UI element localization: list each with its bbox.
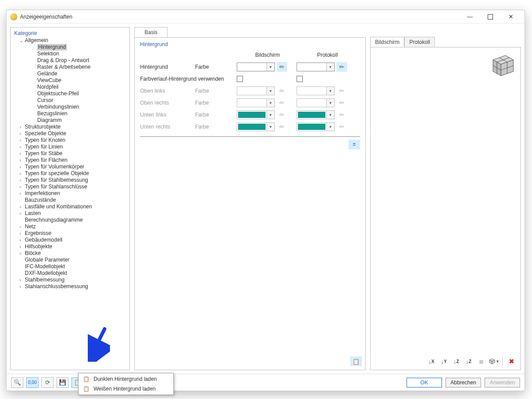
tree-item[interactable]: Bezugslinien bbox=[12, 110, 128, 117]
tree-label: Typen für Volumenkörper bbox=[25, 164, 84, 170]
tree-item[interactable]: Gelände bbox=[12, 70, 128, 77]
apply-button[interactable]: Anwenden bbox=[485, 378, 520, 387]
tree-item[interactable]: IFC-Modellobjekt bbox=[12, 263, 128, 270]
color-dropdown: ▾ bbox=[237, 122, 275, 131]
axis-z2-button[interactable]: ↓Z bbox=[463, 356, 474, 366]
tree-label: Globale Parameter bbox=[25, 257, 70, 263]
edit-color-button[interactable]: ✏ bbox=[336, 62, 347, 72]
sidebar-heading: Kategorie bbox=[11, 29, 129, 37]
preview-toolbar: ↓X ↓Y ↓Z ↓Z ▤ ▾ ✖ bbox=[426, 356, 517, 366]
tree-label: Typen für spezielle Objekte bbox=[25, 170, 89, 177]
tree-item[interactable]: ›Typen für Stäbe bbox=[12, 150, 128, 157]
copy-panel-button[interactable]: 📋 bbox=[350, 356, 362, 366]
color-dropdown[interactable]: ▾ bbox=[237, 63, 275, 71]
tree-item[interactable]: DXF-Modellobjekt bbox=[12, 270, 128, 277]
layers-button[interactable]: ▤ bbox=[476, 356, 486, 366]
menu-load-dark-bg[interactable]: 📋 Dunklen Hintergrund laden bbox=[78, 374, 173, 384]
minimize-button[interactable]: — bbox=[460, 10, 480, 23]
titlebar: Anzeigeeigenschaften — ✕ bbox=[7, 10, 524, 23]
tree-item[interactable]: ›Stahlbemessung bbox=[12, 277, 128, 283]
caret-icon: › bbox=[20, 203, 25, 210]
units-button[interactable]: 0,00 bbox=[26, 377, 39, 388]
preview-tab-protocol[interactable]: Protokoll bbox=[404, 37, 435, 47]
tree-item[interactable]: ›Hilfsobjekte bbox=[12, 243, 128, 250]
tree-item[interactable]: ›Typen für spezielle Objekte bbox=[12, 170, 128, 177]
tree-item[interactable]: ›Spezielle Objekte bbox=[12, 130, 128, 137]
cancel-button[interactable]: Abbrechen bbox=[446, 378, 481, 387]
tree-label: Allgemein bbox=[25, 37, 48, 44]
save-button[interactable]: 💾 bbox=[56, 377, 69, 388]
refresh-button[interactable]: ⟳ bbox=[41, 377, 54, 388]
tree-item[interactable]: ›Typen für Knoten bbox=[12, 137, 128, 144]
edit-color-button: ✏ bbox=[277, 98, 287, 108]
edit-color-button[interactable]: ✏ bbox=[277, 62, 287, 72]
tree-item[interactable]: Drag & Drop - Antwort bbox=[12, 57, 128, 64]
tree-item[interactable]: ›Strukturobjekte bbox=[12, 124, 128, 130]
tree-item[interactable]: ›Typen für Stahlanschlüsse bbox=[12, 184, 128, 190]
equalize-button[interactable]: = bbox=[348, 140, 360, 149]
tree-item[interactable]: Verbindungslinien bbox=[12, 104, 128, 110]
tree-label: Gebäudemodell bbox=[25, 237, 63, 243]
tree-item[interactable]: Cursor bbox=[12, 97, 128, 104]
menu-load-white-bg[interactable]: 📋 Weißen Hintergrund laden bbox=[78, 384, 173, 394]
tree-item[interactable]: ›Typen für Volumenkörper bbox=[12, 164, 128, 170]
view-3d-button[interactable]: ▾ bbox=[488, 356, 499, 366]
color-swatch bbox=[238, 112, 266, 118]
tree-item[interactable]: ›Typen für Flächen bbox=[12, 157, 128, 164]
tree-item[interactable]: ›Lasten bbox=[12, 210, 128, 217]
property-row: HintergrundFarbe▾✏▾✏ bbox=[140, 61, 360, 73]
tab-basis[interactable]: Basis bbox=[134, 27, 168, 37]
tree-item[interactable]: Bauzustände bbox=[12, 197, 128, 203]
tree-item[interactable]: ›Gebäudemodell bbox=[12, 237, 128, 243]
tree-item[interactable]: ›Typen für Linien bbox=[12, 144, 128, 150]
use-gradient-checkbox[interactable] bbox=[237, 76, 243, 82]
dialog-window: Anzeigeeigenschaften — ✕ Kategorie ⌄Allg… bbox=[6, 10, 525, 391]
tree-item[interactable]: ›Stahlanschlussbemessung bbox=[12, 283, 128, 290]
ok-button[interactable]: OK bbox=[407, 378, 442, 387]
tree-item[interactable]: ⌄Allgemein bbox=[12, 37, 128, 44]
tree-item[interactable]: Diagramm bbox=[12, 117, 128, 124]
tree-label: Netz bbox=[25, 223, 36, 230]
tree-item[interactable]: Objektsuche-Pfeil bbox=[12, 90, 128, 97]
close-preview-button[interactable]: ✖ bbox=[506, 356, 517, 366]
tree-label: Raster & Arbeitsebene bbox=[37, 64, 90, 70]
caret-icon: › bbox=[20, 164, 25, 170]
axis-z-button[interactable]: ↓Z bbox=[451, 356, 462, 366]
property-row: Farbverlauf-Hintergrund verwenden bbox=[140, 73, 360, 85]
color-dropdown[interactable]: ▾ bbox=[297, 63, 335, 71]
use-gradient-checkbox[interactable] bbox=[297, 76, 303, 82]
load-config-menu: 📋 Dunklen Hintergrund laden 📋 Weißen Hin… bbox=[78, 373, 174, 395]
caret-icon: › bbox=[20, 243, 25, 250]
tree-item[interactable]: Hintergrund bbox=[12, 44, 128, 51]
tree-label: Typen für Stäbe bbox=[25, 150, 63, 157]
axis-y-button[interactable]: ↓Y bbox=[438, 356, 449, 366]
search-button[interactable]: 🔍 bbox=[11, 377, 23, 388]
edit-color-button: ✏ bbox=[277, 110, 287, 120]
axis-x-button[interactable]: ↓X bbox=[426, 356, 437, 366]
caret-icon: › bbox=[20, 177, 25, 184]
tree-item[interactable]: ViewCube bbox=[12, 77, 128, 84]
tree-item[interactable]: Raster & Arbeitsebene bbox=[12, 64, 128, 70]
color-dropdown: ▾ bbox=[297, 122, 335, 131]
tree-item[interactable]: ›Ergebnisse bbox=[12, 230, 128, 237]
close-button[interactable]: ✕ bbox=[501, 10, 521, 23]
tree-item[interactable]: ›Netz bbox=[12, 223, 128, 230]
tree-item[interactable]: ›Imperfektionen bbox=[12, 190, 128, 197]
tree-label: Nordpfeil bbox=[37, 84, 59, 90]
tree-label: Selektion bbox=[37, 51, 59, 57]
tree-item[interactable]: ›Blöcke bbox=[12, 250, 128, 257]
tree-item[interactable]: Nordpfeil bbox=[12, 84, 128, 90]
preview-tab-screen[interactable]: Bildschirm bbox=[370, 37, 404, 47]
tree-label: Typen für Stahlbemessung bbox=[25, 177, 88, 184]
category-tree[interactable]: ⌄AllgemeinHintergrundSelektionDrag & Dro… bbox=[11, 37, 129, 368]
color-dropdown: ▾ bbox=[237, 98, 275, 107]
viewcube-icon[interactable] bbox=[488, 53, 515, 78]
tree-item[interactable]: ›Typen für Stahlbemessung bbox=[12, 177, 128, 184]
edit-color-button: ✏ bbox=[336, 110, 347, 120]
tree-item[interactable]: Berechnungsdiagramme bbox=[12, 217, 128, 223]
tree-item[interactable]: Globale Parameter bbox=[12, 257, 128, 263]
tree-item[interactable]: ›Lastfälle und Kombinationen bbox=[12, 203, 128, 210]
maximize-button[interactable] bbox=[480, 10, 501, 23]
tree-label: Bezugslinien bbox=[37, 110, 67, 117]
tree-item[interactable]: Selektion bbox=[12, 51, 128, 57]
